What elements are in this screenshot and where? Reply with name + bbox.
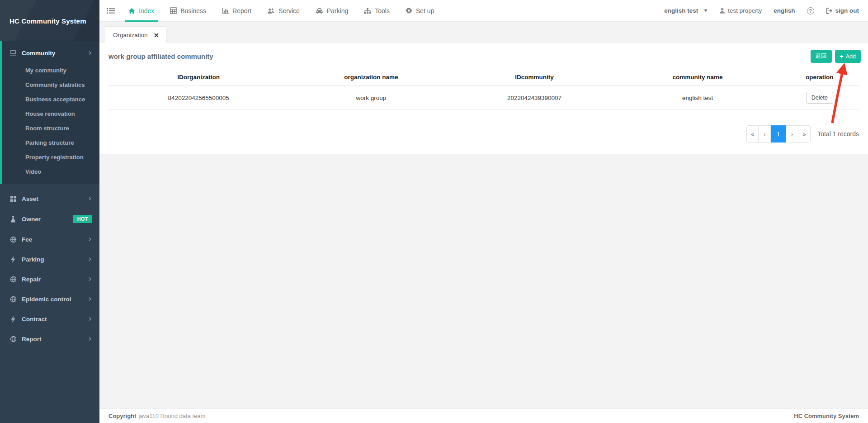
sidebar-item-label: Repair xyxy=(22,276,41,283)
sidebar-subitem-video[interactable]: Video xyxy=(2,164,99,179)
tab-label: Index xyxy=(139,7,154,14)
grid-icon xyxy=(9,195,17,202)
col-operation: operation xyxy=(780,70,859,86)
page-last-button[interactable]: » xyxy=(798,125,811,143)
hot-badge: HOT xyxy=(73,215,92,223)
panel-title: work group affiliated community xyxy=(108,52,213,60)
table-icon xyxy=(170,7,177,14)
page-1-button[interactable]: 1 xyxy=(771,125,786,143)
sidebar-item-contract[interactable]: Contract xyxy=(0,309,99,329)
page-prev-button[interactable]: ‹ xyxy=(759,125,771,143)
tab-business[interactable]: Business xyxy=(170,0,206,22)
help-icon[interactable]: ? xyxy=(807,7,814,14)
flask-icon xyxy=(9,215,17,223)
sidebar-item-fee[interactable]: Fee xyxy=(0,229,99,249)
page-first-button[interactable]: « xyxy=(746,125,759,143)
sidebar-item-label: Epidemic control xyxy=(22,296,71,303)
main-area: Index Business Report Service Parking xyxy=(99,0,868,423)
tab-organization[interactable]: Organization xyxy=(105,26,167,43)
footer-copyright-text: java110 Round data team xyxy=(138,413,205,419)
add-button[interactable]: +Add xyxy=(835,50,861,63)
car-icon xyxy=(316,8,323,14)
chevron-right-icon xyxy=(88,297,92,301)
chevron-right-icon xyxy=(88,196,92,201)
sidebar-item-label: Owner xyxy=(22,216,41,223)
users-icon xyxy=(267,8,275,14)
sidebar-item-community[interactable]: Community xyxy=(2,43,99,63)
sign-out-button[interactable]: sign out xyxy=(826,7,859,14)
sidebar-item-label: Fee xyxy=(22,236,32,243)
content-background xyxy=(99,154,868,409)
current-property[interactable]: test property xyxy=(719,7,762,14)
sidebar-item-parking[interactable]: Parking xyxy=(0,249,99,269)
sidebar-item-label: Report xyxy=(22,336,42,342)
plus-icon: + xyxy=(840,54,844,59)
tab-label: Tools xyxy=(375,7,390,14)
chevron-right-icon xyxy=(88,317,92,321)
col-id-community: IDcommunity xyxy=(454,70,615,86)
tab-index[interactable]: Index xyxy=(128,0,154,22)
tab-service[interactable]: Service xyxy=(267,0,300,22)
organization-table: IDorganization organization name IDcommu… xyxy=(108,70,859,110)
sidebar-item-asset[interactable]: Asset xyxy=(0,189,99,209)
globe-icon xyxy=(9,276,17,283)
col-organization-name: organization name xyxy=(288,70,453,86)
home-icon xyxy=(128,8,135,14)
menu-toggle-icon[interactable] xyxy=(107,7,115,14)
tab-label: Business xyxy=(180,7,206,14)
globe-icon xyxy=(9,335,17,342)
globe-icon xyxy=(9,236,17,243)
tab-report[interactable]: Report xyxy=(222,0,251,22)
top-navbar: Index Business Report Service Parking xyxy=(99,0,868,22)
tab-label: Service xyxy=(278,7,300,14)
cell-community-name: english test xyxy=(615,86,780,110)
sidebar-subitem-my-community[interactable]: My community xyxy=(2,63,99,77)
tab-label: Report xyxy=(232,7,251,14)
user-icon xyxy=(719,8,725,14)
sidebar-subitem-room-structure[interactable]: Room structure xyxy=(2,121,99,135)
chevron-right-icon xyxy=(88,237,92,242)
footer: Copyrightjava110 Round data team HC Comm… xyxy=(99,409,868,423)
language-switch[interactable]: english xyxy=(774,7,795,14)
sidebar-subitem-community-statistics[interactable]: Community statistics xyxy=(2,77,99,92)
sidebar-item-label: Parking xyxy=(22,256,44,263)
cell-id-organization: 842022042565500005 xyxy=(108,86,288,110)
chevron-right-icon xyxy=(88,257,92,261)
pagination-row: « ‹ 1 › » Total 1 records xyxy=(99,110,868,143)
tab-organization-label: Organization xyxy=(113,32,148,38)
sidebar-item-report[interactable]: Report xyxy=(0,329,99,349)
sidebar-item-owner[interactable]: Owner HOT xyxy=(0,209,99,229)
sidebar-group-community: Community My community Community statist… xyxy=(0,41,99,184)
sidebar-item-epidemic-control[interactable]: Epidemic control xyxy=(0,289,99,309)
sidebar: HC Community System Community My communi… xyxy=(0,0,99,423)
community-selector[interactable]: english test xyxy=(664,7,708,14)
delete-button[interactable]: Delete xyxy=(806,92,833,104)
tab-tools[interactable]: Tools xyxy=(364,0,390,22)
bar-chart-icon xyxy=(222,8,229,14)
table-header-row: IDorganization organization name IDcommu… xyxy=(108,70,859,86)
cell-organization-name: work group xyxy=(288,86,453,110)
sidebar-item-repair[interactable]: Repair xyxy=(0,269,99,289)
sidebar-subitem-parking-structure[interactable]: Parking structure xyxy=(2,135,99,150)
col-community-name: community name xyxy=(615,70,780,86)
tab-strip: Organization xyxy=(99,22,868,43)
panel-header: work group affiliated community 返回 +Add xyxy=(99,43,868,68)
sidebar-subitem-property-registration[interactable]: Property registration xyxy=(2,150,99,164)
tab-parking[interactable]: Parking xyxy=(316,0,348,22)
pagination: « ‹ 1 › » xyxy=(746,125,811,143)
chevron-right-icon xyxy=(88,337,92,341)
sidebar-item-label: Contract xyxy=(22,316,47,323)
navbar-right: english test test property english ? sig… xyxy=(664,7,859,14)
bolt-icon xyxy=(9,315,17,323)
close-icon[interactable] xyxy=(154,33,159,38)
app-logo[interactable]: HC Community System xyxy=(0,0,99,41)
sidebar-item-label: Asset xyxy=(22,195,38,202)
tab-set-up[interactable]: Set up xyxy=(406,0,434,22)
total-records: Total 1 records xyxy=(817,130,859,138)
back-button[interactable]: 返回 xyxy=(811,50,832,63)
sidebar-subitem-house-renovation[interactable]: House renovation xyxy=(2,106,99,121)
app-title: HC Community System xyxy=(0,0,99,25)
sidebar-subitem-business-acceptance[interactable]: Business acceptance xyxy=(2,92,99,106)
page-next-button[interactable]: › xyxy=(786,125,798,143)
bolt-icon xyxy=(9,256,17,263)
